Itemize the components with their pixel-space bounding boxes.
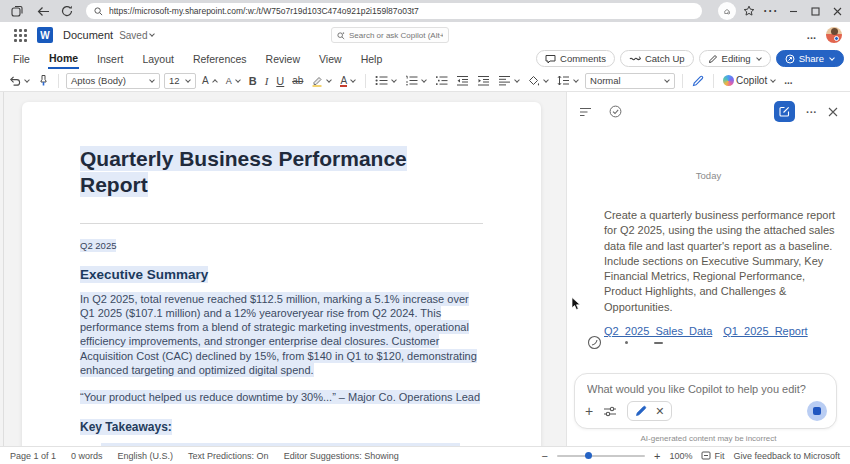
- document-canvas[interactable]: Quarterly Business Performance Report Q2…: [0, 92, 566, 446]
- home-gear-icon[interactable]: [718, 2, 736, 20]
- stop-generating-button[interactable]: [807, 401, 827, 421]
- shading-button[interactable]: [526, 74, 551, 88]
- bold-button[interactable]: B: [247, 74, 259, 88]
- maximize-icon[interactable]: [806, 2, 824, 20]
- grow-font-button[interactable]: A: [200, 74, 220, 87]
- zoom-in-button[interactable]: +: [654, 450, 660, 462]
- check-circle-icon[interactable]: [609, 105, 622, 118]
- zoom-slider[interactable]: [557, 455, 645, 457]
- numbering-chevron-icon[interactable]: [421, 77, 427, 83]
- tab-insert[interactable]: Insert: [96, 50, 124, 68]
- avatar[interactable]: [826, 27, 842, 43]
- favorites-star-icon[interactable]: [740, 2, 758, 20]
- share-button[interactable]: Share: [776, 50, 844, 67]
- shading-chevron-icon[interactable]: [543, 77, 549, 83]
- catch-up-button[interactable]: Catch Up: [620, 50, 694, 67]
- doc-title: Quarterly Business Performance Report: [80, 146, 420, 199]
- styles-combo[interactable]: Normal: [585, 73, 675, 89]
- zoom-out-button[interactable]: −: [542, 450, 548, 462]
- save-status[interactable]: Saved: [119, 30, 147, 41]
- tab-view[interactable]: View: [318, 50, 343, 68]
- attachment-link-q1-report[interactable]: Q1_2025_Report: [723, 324, 807, 339]
- tab-review[interactable]: Review: [265, 50, 301, 68]
- address-bar[interactable]: https://microsoft-my.sharepoint.com/:w:/…: [86, 3, 702, 19]
- decrease-indent-button[interactable]: [454, 74, 471, 87]
- italic-button[interactable]: I: [263, 74, 271, 88]
- tab-help[interactable]: Help: [360, 50, 384, 68]
- highlight-chevron-icon[interactable]: [327, 77, 333, 83]
- document-name[interactable]: Document: [63, 29, 113, 41]
- browser-more-icon[interactable]: ···: [762, 2, 780, 20]
- font-name-combo[interactable]: Aptos (Body): [66, 73, 160, 89]
- comments-button[interactable]: Comments: [536, 50, 615, 67]
- panel-close-icon[interactable]: [828, 107, 838, 117]
- fit-button[interactable]: Fit: [701, 451, 724, 461]
- feedback-link[interactable]: Give feedback to Microsoft: [733, 451, 840, 461]
- font-size-combo[interactable]: 12: [164, 73, 196, 89]
- increase-indent-button[interactable]: [475, 74, 492, 87]
- highlight-color-button[interactable]: [309, 74, 334, 88]
- undo-chevron-icon[interactable]: [24, 77, 30, 83]
- language[interactable]: English (U.S.): [118, 451, 174, 461]
- copilot-button[interactable]: Copilot: [721, 74, 778, 87]
- fit-icon: [701, 451, 711, 460]
- word-logo-icon[interactable]: W: [37, 27, 53, 43]
- numbering-button[interactable]: [403, 74, 429, 87]
- doc-exec-heading: Executive Summary: [80, 267, 483, 282]
- mouse-cursor: [571, 297, 582, 311]
- presence-badge: [834, 36, 839, 41]
- search-input[interactable]: [349, 31, 443, 40]
- copilot-input[interactable]: [587, 383, 824, 395]
- copilot-input-card[interactable]: + ✕: [574, 373, 837, 429]
- panel-more-icon[interactable]: ···: [806, 106, 817, 118]
- editing-pencil-icon: [708, 54, 718, 64]
- close-icon[interactable]: [828, 2, 846, 20]
- font-color-button[interactable]: A: [338, 74, 358, 87]
- copilot-search-box[interactable]: [331, 27, 449, 43]
- refresh-icon[interactable]: [58, 2, 76, 20]
- add-attachment-icon[interactable]: +: [585, 406, 593, 416]
- titlebar-more-icon[interactable]: ...: [807, 29, 816, 41]
- document-page[interactable]: Quarterly Business Performance Report Q2…: [22, 102, 541, 446]
- font-color-chevron-icon[interactable]: [350, 77, 356, 83]
- bullets-chevron-icon[interactable]: [391, 77, 397, 83]
- alignment-button[interactable]: [496, 74, 522, 87]
- tab-file[interactable]: File: [12, 50, 31, 68]
- editor-suggestions[interactable]: Editor Suggestions: Showing: [284, 451, 399, 461]
- draw-pen-button[interactable]: [690, 74, 706, 88]
- tab-layout[interactable]: Layout: [141, 50, 175, 68]
- editing-mode-button[interactable]: Editing: [699, 50, 771, 67]
- today-label: Today: [567, 170, 850, 181]
- line-spacing-button[interactable]: [555, 74, 581, 87]
- alignment-chevron-icon[interactable]: [514, 77, 520, 83]
- back-icon[interactable]: [34, 2, 52, 20]
- page-count[interactable]: Page 1 of 1: [10, 451, 56, 461]
- new-chat-button[interactable]: [774, 101, 795, 122]
- tab-home[interactable]: Home: [48, 49, 79, 69]
- save-status-chevron-icon[interactable]: [149, 31, 155, 37]
- generating-dash-icon: [654, 342, 663, 344]
- underline-button[interactable]: U: [274, 74, 286, 88]
- options-sliders-icon[interactable]: [603, 406, 617, 417]
- spacing-chevron-icon[interactable]: [573, 77, 579, 83]
- tab-references[interactable]: References: [192, 50, 248, 68]
- toolbar-more-button[interactable]: ...: [782, 74, 794, 87]
- text-predictions[interactable]: Text Predictions: On: [188, 451, 269, 461]
- zoom-level[interactable]: 100%: [669, 451, 692, 461]
- format-painter-icon[interactable]: [36, 73, 51, 88]
- bullets-button[interactable]: [373, 74, 399, 87]
- tab-overview-icon[interactable]: [8, 2, 26, 20]
- minimize-icon[interactable]: [784, 2, 802, 20]
- zoom-slider-knob[interactable]: [585, 452, 592, 459]
- strikethrough-button[interactable]: ab: [290, 74, 305, 87]
- edit-mode-toggle[interactable]: ✕: [627, 401, 672, 421]
- app-launcher-icon[interactable]: [14, 29, 27, 42]
- edit-pencil-icon[interactable]: [635, 405, 647, 417]
- shrink-font-button[interactable]: A: [224, 75, 243, 87]
- word-count[interactable]: 0 words: [71, 451, 103, 461]
- chat-history-icon[interactable]: [579, 107, 592, 117]
- undo-button[interactable]: [6, 74, 32, 88]
- clear-edit-icon[interactable]: ✕: [655, 405, 664, 418]
- formatting-toolbar: Aptos (Body) 12 A A B I U ab A Nor: [0, 70, 850, 92]
- multilevel-list-button[interactable]: [433, 74, 450, 87]
